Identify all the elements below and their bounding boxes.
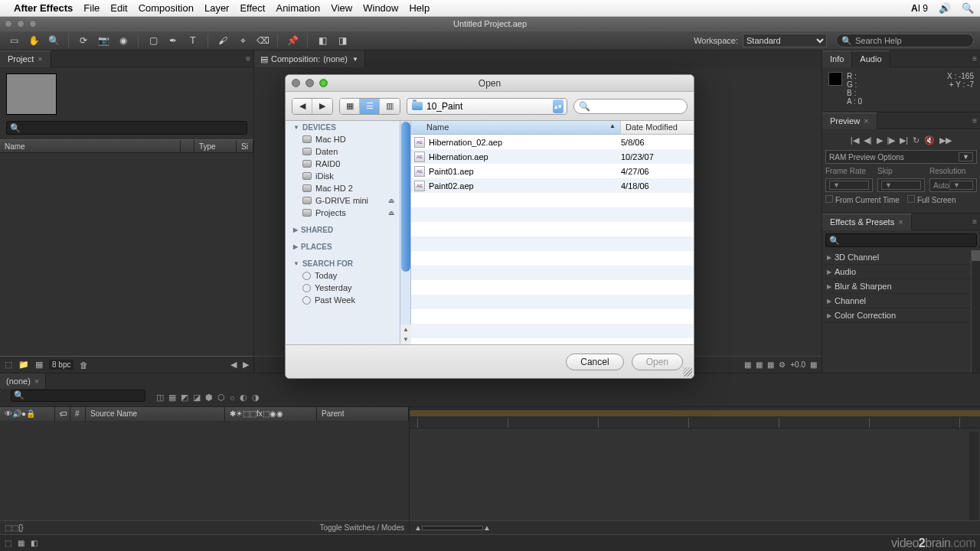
sidebar-item[interactable]: iDisk (286, 170, 400, 182)
col-label[interactable] (181, 140, 194, 152)
pen-tool-icon[interactable]: ✒ (165, 33, 181, 48)
first-frame-icon[interactable]: |◀ (851, 135, 859, 145)
col-name[interactable]: Name (0, 140, 181, 152)
eject-icon[interactable]: ⏏ (388, 197, 395, 204)
scrollbar[interactable] (971, 250, 980, 373)
zoom-out-icon[interactable]: ▲ (414, 523, 422, 532)
timeline-btn-icon[interactable]: ◐ (240, 393, 247, 403)
sidebar-item[interactable]: Daten (286, 145, 400, 158)
icon-view-button[interactable]: ▦ (340, 99, 360, 114)
sidebar-section-devices[interactable]: ▼DEVICES (286, 121, 400, 133)
effects-category[interactable]: ▶Audio (822, 265, 980, 279)
dialog-titlebar[interactable]: Open (286, 75, 694, 92)
zoom-slider[interactable] (422, 526, 483, 530)
new-comp-icon[interactable]: ▦ (35, 360, 43, 370)
timeline-btn-icon[interactable]: ⬡ (217, 393, 225, 403)
forward-button[interactable]: ▶ (312, 99, 332, 114)
sidebar-item[interactable]: G-DRIVE mini⏏ (286, 194, 400, 207)
col-type[interactable]: Type (194, 140, 237, 152)
interpret-icon[interactable]: ⬚ (5, 360, 12, 370)
last-frame-icon[interactable]: ▶| (900, 135, 908, 145)
timeline-ruler[interactable] (410, 407, 980, 429)
menu-view[interactable]: View (331, 2, 352, 14)
sidebar-section-places[interactable]: ▶PLACES (286, 240, 400, 253)
sidebar-item[interactable]: Mac HD (286, 133, 400, 145)
panel-menu-icon[interactable]: ≡ (972, 217, 977, 226)
zoom-in-icon[interactable]: ▲ (483, 523, 491, 532)
effects-category[interactable]: ▶Blur & Sharpen (822, 279, 980, 294)
rect-tool-icon[interactable]: ▢ (145, 33, 161, 48)
menu-layer[interactable]: Layer (204, 2, 230, 14)
sidebar-section-search[interactable]: ▼SEARCH FOR (286, 257, 400, 269)
trash-icon[interactable]: 🗑 (80, 360, 88, 370)
prev-frame-icon[interactable]: ◀| (864, 135, 872, 145)
file-row[interactable]: AEHibernation_02.aep5/8/06 (411, 135, 694, 149)
framerate-select[interactable]: ▼ (825, 178, 873, 192)
effects-category[interactable]: ▶Color Correction (822, 308, 980, 323)
column-view-button[interactable]: ▥ (380, 99, 400, 114)
status-icon[interactable]: ⬚ (5, 539, 11, 547)
timeline-search-input[interactable]: 🔍 (11, 390, 145, 402)
menu-edit[interactable]: Edit (110, 2, 127, 14)
sidebar-item[interactable]: Today (286, 269, 400, 282)
clone-tool-icon[interactable]: ⌖ (235, 33, 250, 48)
footer-btn-icon[interactable]: ▦ (810, 360, 817, 369)
zoom-tool-icon[interactable]: 🔍 (46, 33, 61, 48)
panel-menu-icon[interactable]: ≡ (972, 54, 977, 63)
sidebar-item[interactable]: Projects⏏ (286, 207, 400, 219)
col-header-date[interactable]: Date Modified (621, 121, 694, 134)
ram-preview-icon[interactable]: ▶▶ (939, 135, 952, 145)
volume-icon[interactable]: 🔊 (939, 2, 951, 14)
sidebar-section-shared[interactable]: ▶SHARED (286, 223, 400, 236)
cancel-button[interactable]: Cancel (566, 354, 623, 370)
file-row[interactable]: AEHibernation.aep10/23/07 (411, 149, 694, 164)
col-label[interactable]: 🏷 (55, 407, 70, 421)
timeline-btn-icon[interactable]: ⬢ (205, 393, 213, 403)
loop-icon[interactable]: ↻ (913, 135, 920, 145)
exposure-value[interactable]: +0.0 (790, 360, 805, 369)
bpc-indicator[interactable]: 8 bpc (49, 360, 74, 370)
minimize-icon[interactable] (305, 79, 314, 87)
tab-effects-presets[interactable]: Effects & Presets (822, 214, 912, 230)
list-view-button[interactable]: ☰ (360, 99, 380, 114)
toggle-switches-button[interactable]: Toggle Switches / Modes (319, 523, 404, 532)
tab-composition[interactable]: ▤ Composition: (none) ▼ (254, 51, 365, 67)
col-size[interactable]: Si (237, 140, 253, 152)
ram-preview-options[interactable]: RAM Preview Options▼ (825, 150, 977, 164)
footer-btn-icon[interactable]: ▦ (767, 360, 774, 369)
sidebar-item[interactable]: Past Week (286, 294, 400, 306)
sidebar-item[interactable]: RAID0 (286, 158, 400, 170)
app-name[interactable]: After Effects (14, 2, 73, 14)
col-num[interactable]: # (70, 407, 86, 421)
effects-category[interactable]: ▶3D Channel (822, 250, 980, 265)
timeline-btn-icon[interactable]: ◪ (193, 393, 201, 403)
resolution-select[interactable]: Auto▼ (929, 178, 977, 192)
col-header-name[interactable]: Name▲ (411, 121, 621, 134)
text-tool-icon[interactable]: T (185, 33, 201, 48)
search-help-input[interactable]: 🔍 Search Help (836, 34, 974, 47)
open-button[interactable]: Open (632, 354, 683, 370)
toolbar-misc1-icon[interactable]: ◧ (315, 33, 330, 48)
camera-tool-icon[interactable]: 📷 (96, 33, 111, 48)
scroll-up-icon[interactable]: ▲ (400, 324, 411, 334)
menu-effect[interactable]: Effect (240, 2, 265, 14)
effects-search-input[interactable]: 🔍 (825, 233, 977, 247)
puppet-tool-icon[interactable]: 📌 (285, 33, 300, 48)
next-icon[interactable]: ▶ (243, 360, 249, 370)
selection-tool-icon[interactable]: ▭ (6, 33, 21, 48)
col-parent[interactable]: Parent (317, 407, 409, 421)
zoom-icon[interactable] (319, 79, 328, 87)
prev-icon[interactable]: ◀ (230, 360, 237, 370)
effects-category[interactable]: ▶Channel (822, 294, 980, 308)
next-frame-icon[interactable]: |▶ (887, 135, 896, 145)
brush-tool-icon[interactable]: 🖌 (215, 33, 230, 48)
timeline-ftr-icon[interactable]: ⬚ (5, 523, 11, 532)
tab-preview[interactable]: Preview (822, 112, 877, 129)
footer-btn-icon[interactable]: ⚙ (779, 360, 786, 369)
play-icon[interactable]: ▶ (877, 135, 883, 145)
pan-behind-tool-icon[interactable]: ◉ (116, 33, 131, 48)
scroll-down-icon[interactable]: ▼ (400, 334, 411, 344)
panel-menu-icon[interactable]: ≡ (246, 54, 250, 63)
timeline-btn-icon[interactable]: ◫ (156, 393, 164, 403)
tab-timeline[interactable]: (none) (0, 373, 46, 389)
